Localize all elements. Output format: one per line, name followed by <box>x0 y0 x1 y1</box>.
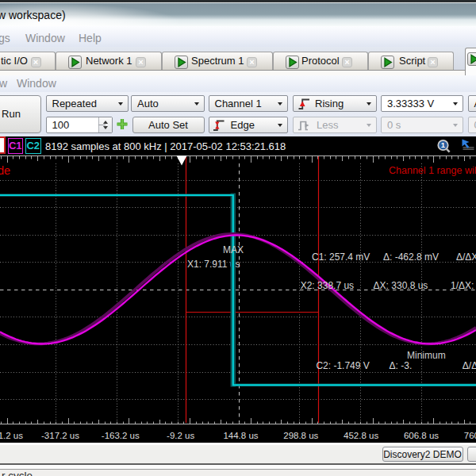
svg-text:452.8 us: 452.8 us <box>344 431 378 440</box>
svg-text:de: de <box>0 164 10 177</box>
svg-text:298.8 us: 298.8 us <box>283 431 318 440</box>
svg-text:-317.2 us: -317.2 us <box>41 431 79 440</box>
svg-text:C1: 257.4 mV: C1: 257.4 mV <box>312 251 370 263</box>
svg-text:760.8 us: 760.8 us <box>464 431 476 440</box>
svg-text:Δ/Δ: Δ/Δ <box>463 360 476 371</box>
svg-text:Δ: -462.8 mV: Δ: -462.8 mV <box>383 251 439 263</box>
svg-text:C2: -1.749 V: C2: -1.749 V <box>316 360 369 371</box>
svg-text:-163.2 us: -163.2 us <box>102 431 140 440</box>
svg-text:1/ΔX:: 1/ΔX: <box>451 280 474 291</box>
svg-text:Δ/ΔX: Δ/ΔX <box>456 251 476 263</box>
svg-text:-9.2 us: -9.2 us <box>167 431 194 440</box>
svg-text:606.8 us: 606.8 us <box>404 431 439 440</box>
svg-text:ΔX: 330.8 us: ΔX: 330.8 us <box>374 280 428 291</box>
svg-text:144.8 us: 144.8 us <box>223 431 258 440</box>
svg-text:Δ: -3.: Δ: -3. <box>390 360 413 371</box>
svg-text:MAX: MAX <box>223 244 244 255</box>
svg-text:-471.2 us: -471.2 us <box>0 431 23 440</box>
svg-text:Channel 1 range wil: Channel 1 range wil <box>389 165 476 176</box>
svg-text:X2: 338.7 us: X2: 338.7 us <box>301 280 354 291</box>
svg-text:Minimum: Minimum <box>407 350 446 361</box>
